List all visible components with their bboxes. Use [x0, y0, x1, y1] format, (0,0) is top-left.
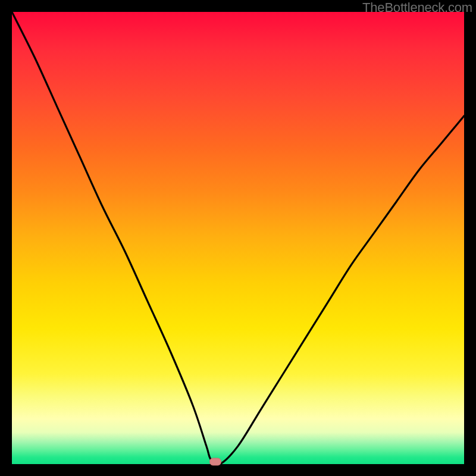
chart-frame: TheBottleneck.com [0, 0, 476, 476]
optimum-marker [209, 458, 221, 466]
plot-area [12, 12, 464, 464]
bottleneck-curve [12, 12, 464, 464]
